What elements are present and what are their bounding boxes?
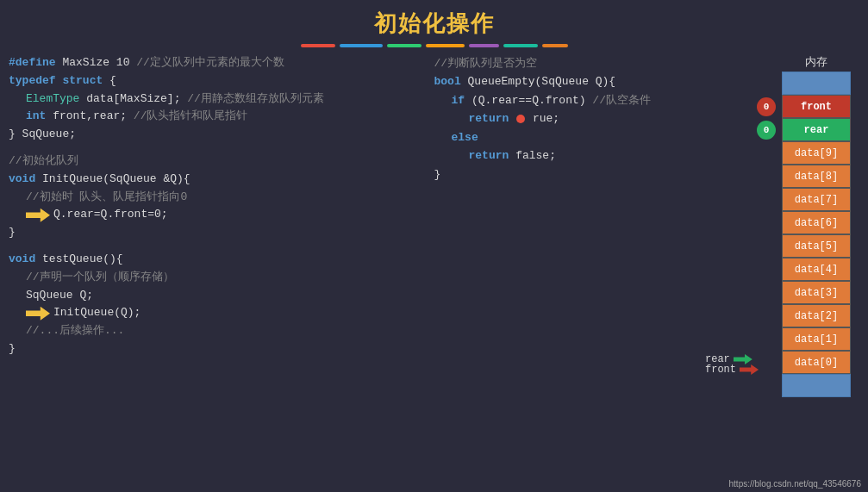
kw-void2: void bbox=[9, 252, 35, 265]
code-line-sqqueue: } SqQueue; bbox=[9, 126, 434, 144]
mem-cell-data8: data[8] bbox=[782, 165, 851, 188]
underline-seg-3 bbox=[387, 44, 422, 47]
kw-int: int bbox=[26, 109, 46, 122]
cm-init: //初始化队列 bbox=[9, 153, 434, 171]
mem-cell-rear: 0 rear bbox=[782, 118, 851, 141]
code-line-brace2: } bbox=[9, 340, 434, 358]
code-line-arrow2: InitQueue(Q); bbox=[9, 304, 434, 322]
code-line-bool: bool QueueEmpty(SqQueue Q){ bbox=[434, 72, 710, 90]
underline-seg-6 bbox=[503, 44, 538, 47]
memory-diagram: 内存 0 front 0 rear data[9] bbox=[721, 54, 859, 487]
mem-cell-data4: data[4] bbox=[782, 258, 851, 281]
data0-label: data[0] bbox=[795, 357, 838, 369]
kw-struct: struct bbox=[62, 74, 103, 87]
rear-badge: 0 bbox=[757, 121, 776, 140]
page-title: 初始化操作 bbox=[0, 9, 868, 39]
code-line-int: int front,rear; //队头指针和队尾指针 bbox=[9, 108, 434, 126]
code-line-void-test: void testQueue(){ bbox=[9, 251, 434, 269]
cm-3: //队头指针和队尾指针 bbox=[134, 109, 248, 122]
watermark: https://blog.csdn.net/qq_43546676 bbox=[729, 479, 861, 489]
kw2-elemtype: ElemType bbox=[26, 92, 79, 105]
cm-2: //用静态数组存放队列元素 bbox=[187, 92, 324, 105]
kw-return2: return bbox=[469, 149, 509, 162]
kw-else: else bbox=[452, 131, 478, 144]
cm-init-comment: //初始时 队头、队尾指针指向0 bbox=[9, 189, 434, 207]
front-arrow-icon bbox=[740, 364, 759, 375]
kw-bool: bool bbox=[434, 75, 461, 88]
underline-seg-7 bbox=[542, 44, 568, 47]
underline-seg-1 bbox=[301, 44, 335, 47]
code-line-typedef: typedef struct { bbox=[9, 72, 434, 90]
mem-cell-empty-top bbox=[782, 72, 851, 95]
code-block-define: #define MaxSize 10 //定义队列中元素的最大个数 typede… bbox=[9, 54, 434, 144]
underline-seg-4 bbox=[426, 44, 465, 47]
right-wrapper: //判断队列是否为空 bool QueueEmpty(SqQueue Q){ i… bbox=[434, 54, 860, 487]
mem-cell-data1: data[1] bbox=[782, 327, 851, 351]
cm-1: //定义队列中元素的最大个数 bbox=[136, 56, 284, 69]
arrow-yellow-icon bbox=[26, 209, 50, 222]
code-line-elemtype: ElemType data[MaxSize]; //用静态数组存放队列元素 bbox=[9, 90, 434, 109]
code-block-init: //初始化队列 void InitQueue(SqQueue &Q){ //初始… bbox=[9, 153, 434, 242]
kw-void1: void bbox=[9, 172, 35, 185]
code-line-return-true: return rue; bbox=[434, 109, 710, 128]
memory-label: 内存 bbox=[782, 54, 851, 70]
mem-cell-empty-bottom bbox=[782, 374, 851, 397]
rear-label: rear bbox=[804, 124, 829, 136]
code-line-return-false: return false; bbox=[434, 146, 710, 165]
code-line-brace1: } bbox=[9, 224, 434, 242]
title-underline bbox=[0, 44, 868, 47]
content-area: #define MaxSize 10 //定义队列中元素的最大个数 typede… bbox=[0, 47, 868, 492]
cm-test-comment: //声明一个队列（顺序存储） bbox=[9, 269, 434, 287]
code-text: MaxSize 10 bbox=[62, 56, 136, 69]
right-code-section: //判断队列是否为空 bool QueueEmpty(SqQueue Q){ i… bbox=[434, 54, 717, 487]
code-line-arrow: Q.rear=Q.front=0; bbox=[9, 206, 434, 224]
mem-cell-data2: data[2] bbox=[782, 304, 851, 327]
main-container: 初始化操作 #define MaxSize 10 //定义队列中元素的最大个数 bbox=[0, 0, 868, 492]
underline-seg-5 bbox=[469, 44, 499, 47]
code-line-brace3: } bbox=[434, 165, 710, 184]
mem-cell-data3: data[3] bbox=[782, 281, 851, 304]
kw-if: if bbox=[452, 94, 465, 107]
mem-cell-front: 0 front bbox=[782, 95, 851, 118]
left-code-section: #define MaxSize 10 //定义队列中元素的最大个数 typede… bbox=[9, 54, 434, 487]
front-label: front bbox=[801, 101, 832, 113]
code-line-else: else bbox=[434, 128, 710, 146]
front-pointer-text: front bbox=[705, 364, 736, 376]
kw-return1: return bbox=[469, 112, 509, 125]
underline-seg-2 bbox=[340, 44, 383, 47]
mem-cell-data7: data[7] bbox=[782, 188, 851, 211]
cm-continued: //...后续操作... bbox=[9, 322, 434, 340]
code-block-test: void testQueue(){ //声明一个队列（顺序存储） SqQueue… bbox=[9, 251, 434, 358]
mem-cell-data5: data[5] bbox=[782, 234, 851, 258]
code-line-void-init: void InitQueue(SqQueue &Q){ bbox=[9, 171, 434, 189]
mem-cell-data9: data[9] bbox=[782, 141, 851, 165]
kw-typedef: typedef bbox=[9, 74, 56, 87]
cm-queue-cond: //队空条件 bbox=[592, 94, 651, 107]
code-line-if: if (Q.rear==Q.front) //队空条件 bbox=[434, 91, 710, 109]
front-pointer-label: front bbox=[705, 364, 759, 376]
front-badge: 0 bbox=[757, 97, 776, 116]
arrow-yellow-icon2 bbox=[26, 307, 50, 321]
red-dot-icon bbox=[516, 115, 525, 123]
code-line-define: #define MaxSize 10 //定义队列中元素的最大个数 bbox=[9, 54, 434, 72]
title-area: 初始化操作 bbox=[0, 0, 868, 47]
code-line-sqqueue2: SqQueue Q; bbox=[9, 287, 434, 305]
mem-stack-wrapper: 0 front 0 rear data[9] data[8] data[7] d… bbox=[782, 72, 851, 397]
kw-define: #define bbox=[9, 56, 56, 69]
cm-empty-comment: //判断队列是否为空 bbox=[434, 54, 710, 72]
mem-cell-data6: data[6] bbox=[782, 211, 851, 234]
mem-cell-data0: rear front data[0] bbox=[782, 351, 851, 374]
